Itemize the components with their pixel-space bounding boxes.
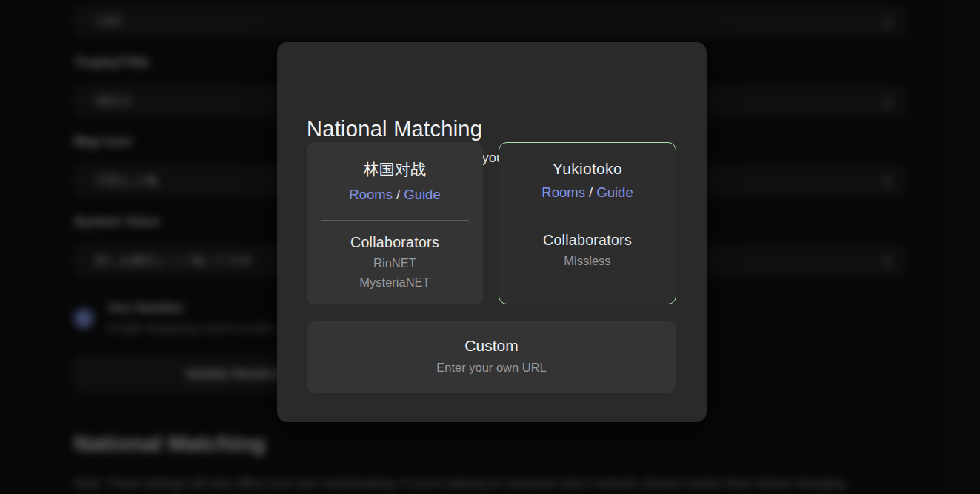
server-name: 林国对战	[363, 159, 426, 180]
collaborator-item: MysteriaNET	[359, 276, 430, 290]
link-separator: /	[589, 184, 593, 200]
link-separator: /	[396, 187, 400, 202]
rooms-link[interactable]: Rooms	[541, 184, 585, 200]
modal-title: National Matching	[307, 117, 482, 141]
custom-server-card[interactable]: Custom Enter your own URL	[307, 321, 676, 393]
custom-title: Custom	[464, 337, 518, 355]
rooms-link[interactable]: Rooms	[349, 187, 393, 202]
server-card-linguo[interactable]: 林国对战 Rooms / Guide Collaborators RinNET …	[307, 142, 483, 304]
server-card-yukiotoko[interactable]: Yukiotoko Rooms / Guide Collaborators Mi…	[499, 142, 676, 304]
guide-link[interactable]: Guide	[596, 184, 633, 200]
server-links: Rooms / Guide	[541, 184, 633, 201]
custom-subtitle: Enter your own URL	[436, 361, 547, 375]
server-links: Rooms / Guide	[349, 187, 440, 203]
collaborator-item: RinNET	[373, 256, 416, 270]
guide-link[interactable]: Guide	[404, 187, 440, 202]
collaborators-label: Collaborators	[543, 232, 632, 249]
card-divider	[513, 218, 661, 218]
server-name: Yukiotoko	[553, 160, 622, 178]
national-matching-modal: National Matching Choose the matching se…	[277, 42, 707, 422]
collaborator-item: Missless	[564, 254, 610, 268]
collaborators-label: Collaborators	[350, 234, 439, 251]
card-divider	[321, 220, 469, 221]
